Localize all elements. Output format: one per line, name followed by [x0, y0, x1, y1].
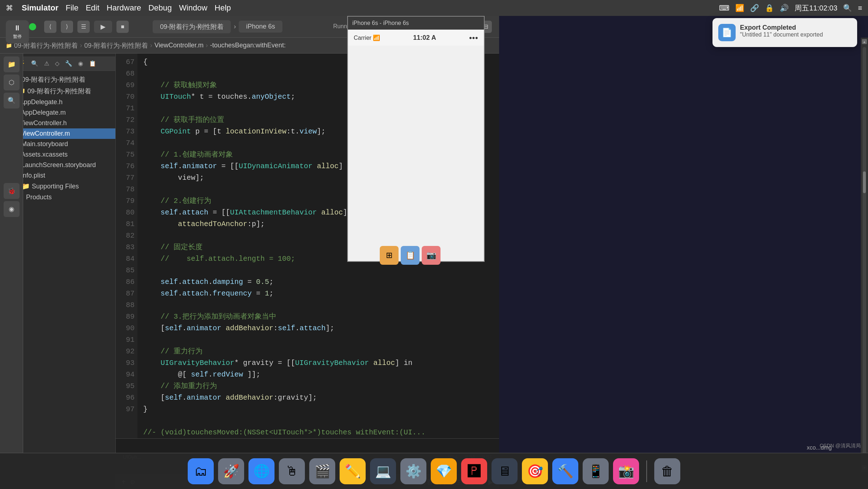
breadcrumb-1[interactable]: 09-附着行为-刚性附着: [84, 41, 148, 50]
dock-paw[interactable]: 🅿: [461, 458, 487, 484]
file-label-supporting: Supporting Files: [32, 183, 79, 190]
dmg-label: xco...dmg: [807, 445, 832, 451]
settings-icon: ⚙️: [405, 464, 422, 479]
nav-tab-debug[interactable]: 🐞: [4, 183, 20, 199]
dock-terminal[interactable]: 💻: [370, 458, 396, 484]
menubar-icon-volume[interactable]: 🔊: [780, 4, 789, 12]
code-line-99: //- (void)touchesMoved:(NSSet<UITouch*>*…: [143, 427, 493, 438]
file-label-info-plist: Info.plist: [21, 172, 45, 179]
breadcrumb-sep-1: ›: [150, 42, 152, 49]
dock-notes[interactable]: ✏️: [340, 458, 366, 484]
phone-icon: 📱: [588, 464, 604, 479]
nav-debug-icon[interactable]: 🔧: [64, 59, 74, 68]
device-separator: ›: [234, 23, 236, 30]
dock-trash[interactable]: 🗑: [654, 458, 680, 484]
dock-settings[interactable]: ⚙️: [400, 458, 426, 484]
sim-bottom-controls: ⊞ 📋 📷: [380, 246, 441, 265]
xcode-left-panel: 📁 ⬡ 🔍 🐞 ◉: [0, 54, 23, 453]
menubar-time: 周五11:02:03: [795, 3, 837, 13]
notif-title: Export Completed: [740, 24, 823, 31]
menubar-icon-bluetooth[interactable]: 🔗: [750, 4, 759, 12]
sim-control-1[interactable]: ⊞: [380, 246, 399, 265]
finder-icon: 🗂: [194, 464, 207, 479]
device-selector[interactable]: iPhone 6s: [239, 21, 282, 33]
file-label-appdelegate-h: AppDelegate.h: [20, 98, 63, 106]
sim-control-3[interactable]: 📷: [422, 246, 441, 265]
nav-tab-breakpoints[interactable]: ◉: [4, 201, 20, 217]
menu-debug[interactable]: Debug: [148, 3, 172, 13]
scheme-selector[interactable]: 09-附着行为-刚性附着: [153, 20, 231, 33]
root-folder-label: 09-附着行为-刚性附着: [22, 75, 85, 84]
breadcrumb-3[interactable]: -touchesBegan:withEvent:: [210, 42, 286, 49]
scrollbar-thumb[interactable]: [863, 171, 866, 193]
right-scrollbar-panel: ▲ ▼: [861, 38, 868, 472]
camera-icon: 📸: [618, 464, 634, 479]
menu-edit[interactable]: Edit: [86, 3, 99, 13]
file-label-products: Products: [26, 194, 52, 201]
xcode-icon: 🔨: [557, 464, 574, 479]
dock-safari[interactable]: 🌐: [248, 458, 275, 484]
sim-time: 11:02 A: [413, 34, 436, 42]
code-line-92: // 重力行为: [143, 346, 493, 357]
pause-button[interactable]: ⏸ 暂停: [6, 20, 29, 43]
nav-report-icon[interactable]: 📋: [88, 59, 98, 68]
scroll-up-btn[interactable]: ▲: [862, 39, 867, 44]
dock-camera[interactable]: 📸: [613, 458, 639, 484]
nav-test-icon[interactable]: ◇: [54, 59, 61, 68]
dock-phone[interactable]: 📱: [583, 458, 609, 484]
mouse-icon: 🖱: [285, 464, 298, 479]
breadcrumb-sep-2: ›: [206, 42, 208, 49]
menu-help[interactable]: Help: [214, 3, 231, 13]
nav-back-btn[interactable]: ⟨: [44, 21, 56, 33]
nav-tab-symbols[interactable]: ⬡: [4, 75, 20, 90]
notification-popup: 📄 Export Completed "Untitled 11" documen…: [712, 18, 857, 47]
run-button[interactable]: ▶: [94, 21, 112, 33]
menubar-search-icon[interactable]: 🔍: [843, 4, 852, 12]
code-line-98: [143, 415, 493, 427]
dock-sketch[interactable]: 💎: [431, 458, 457, 484]
target-icon: 🎯: [527, 464, 543, 479]
sim-icons: ●●●: [469, 35, 478, 41]
menu-bar: ⌘ Simulator File Edit Hardware Debug Win…: [0, 0, 868, 16]
menu-file[interactable]: File: [65, 3, 78, 13]
sidebar-toggle-btn[interactable]: ☰: [77, 21, 90, 33]
menu-hardware[interactable]: Hardware: [107, 3, 141, 13]
sim-title: iPhone 6s - iPhone 6s: [352, 20, 409, 26]
notif-text: Export Completed "Untitled 11" document …: [740, 24, 823, 38]
stop-button[interactable]: ■: [116, 21, 129, 33]
trash-icon: 🗑: [661, 464, 674, 479]
iterm-icon: 🖥: [498, 464, 511, 479]
code-line-87: self.attach.frequency = 1;: [143, 288, 493, 299]
menu-window[interactable]: Window: [179, 3, 207, 13]
code-line-85: [143, 265, 493, 276]
file-label-viewcontroller-h: ViewController.h: [20, 119, 67, 127]
dock-video[interactable]: 🎬: [309, 458, 335, 484]
maximize-button[interactable]: [29, 23, 36, 30]
dock-launchpad[interactable]: 🚀: [218, 458, 244, 484]
nav-tab-search[interactable]: 🔍: [4, 93, 20, 109]
sim-titlebar: iPhone 6s - iPhone 6s: [348, 17, 484, 30]
nav-breakpoint-icon[interactable]: ◉: [77, 59, 85, 68]
breadcrumb-2[interactable]: ViewController.m: [154, 42, 204, 49]
menubar-icon-keyboard[interactable]: ⌨: [719, 4, 729, 12]
notif-body: "Untitled 11" document exported: [740, 31, 823, 38]
nav-warning-icon[interactable]: ⚠: [43, 59, 51, 68]
nav-tab-files[interactable]: 📁: [4, 56, 20, 72]
dock-iterm[interactable]: 🖥: [492, 458, 518, 484]
paw-icon: 🅿: [468, 464, 481, 479]
code-line-96: [self.animator addBehavior:gravity];: [143, 392, 493, 404]
apple-menu[interactable]: ⌘: [6, 4, 13, 12]
dock-finder[interactable]: 🗂: [188, 458, 214, 484]
terminal-icon: 💻: [375, 464, 391, 479]
iphone-simulator: iPhone 6s - iPhone 6s Carrier 📶 11:02 A …: [347, 16, 485, 262]
sim-control-2[interactable]: 📋: [401, 246, 420, 265]
menu-simulator[interactable]: Simulator: [22, 3, 58, 13]
nav-search-icon[interactable]: 🔍: [30, 59, 40, 68]
menubar-list-icon[interactable]: ≡: [858, 4, 862, 12]
notes-icon: ✏️: [345, 464, 361, 479]
notif-icon: 📄: [718, 24, 736, 41]
dock-xcode[interactable]: 🔨: [552, 458, 578, 484]
nav-forward-btn[interactable]: ⟩: [61, 21, 73, 33]
dock-target[interactable]: 🎯: [522, 458, 548, 484]
dock-mouse[interactable]: 🖱: [279, 458, 305, 484]
